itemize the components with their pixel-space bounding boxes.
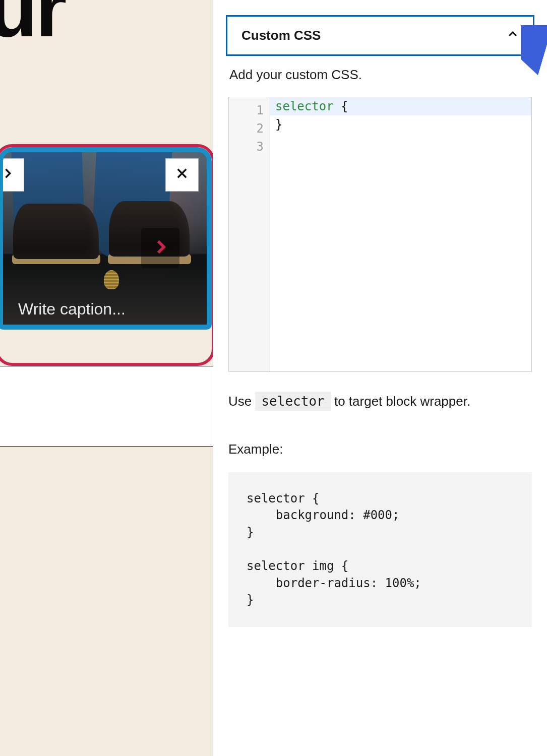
remove-image-button[interactable] xyxy=(165,158,199,192)
chevron-right-icon xyxy=(152,238,169,258)
image-frame: Write caption... xyxy=(0,147,212,330)
carousel-next-button[interactable] xyxy=(141,228,179,268)
help-prefix: Use xyxy=(228,394,255,409)
token-brace: } xyxy=(275,117,282,132)
hero-title: To Our e xyxy=(0,0,65,124)
chevron-right-icon xyxy=(1,166,15,184)
settings-sidebar: Custom CSS Add your custom CSS. 1 2 3 se… xyxy=(213,0,547,756)
editor-canvas: To Our e xyxy=(0,0,213,756)
line-gutter: 1 2 3 xyxy=(229,97,270,371)
hero-title-line2: e xyxy=(0,47,65,125)
token-selector: selector xyxy=(275,99,334,113)
close-icon xyxy=(175,166,189,184)
selected-image-block[interactable]: Write caption... xyxy=(0,144,213,366)
help-text: Use selector to target block wrapper. xyxy=(228,392,532,411)
chevron-up-icon xyxy=(507,28,519,43)
panel-title: Custom CSS xyxy=(241,28,321,43)
code-line[interactable]: } xyxy=(270,115,531,134)
token-brace: { xyxy=(334,99,348,113)
paragraph-block[interactable] xyxy=(0,366,213,447)
css-code-editor[interactable]: 1 2 3 selector { } xyxy=(228,97,532,372)
example-label: Example: xyxy=(228,442,532,457)
panel-description: Add your custom CSS. xyxy=(229,67,532,83)
hero-title-line1: To Our xyxy=(0,0,65,53)
help-suffix: to target block wrapper. xyxy=(334,394,470,409)
expand-button[interactable] xyxy=(0,158,24,192)
line-number: 3 xyxy=(229,138,264,156)
example-code-block: selector { background: #000; } selector … xyxy=(228,472,532,627)
inline-code: selector xyxy=(255,392,330,411)
line-number: 2 xyxy=(229,119,264,138)
custom-css-panel-toggle[interactable]: Custom CSS xyxy=(226,15,534,56)
code-line[interactable] xyxy=(270,134,531,152)
code-body[interactable]: selector { } xyxy=(270,97,531,371)
caption-input[interactable]: Write caption... xyxy=(18,300,126,319)
code-line[interactable]: selector { xyxy=(270,97,531,115)
line-number: 1 xyxy=(229,101,264,119)
